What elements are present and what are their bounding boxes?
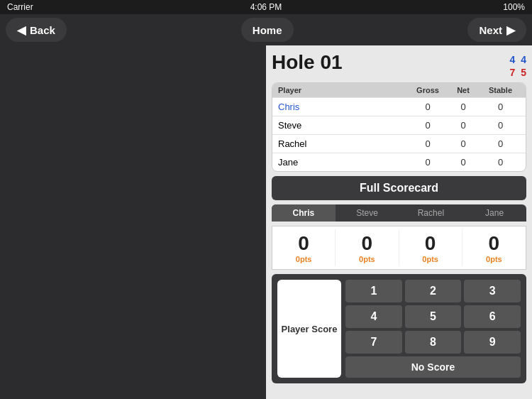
table-row[interactable]: Steve 0 0 0 bbox=[272, 116, 526, 134]
num-1-button[interactable]: 1 bbox=[345, 280, 402, 302]
right-panel: Hole 01 4 7 4 5 Player Gross Net Stable bbox=[266, 45, 532, 399]
chris-net: 0 bbox=[445, 102, 481, 112]
steve-big-score: 0 bbox=[362, 232, 373, 255]
col-gross: Gross bbox=[410, 86, 445, 94]
hole-badges: 4 7 4 5 bbox=[509, 54, 526, 78]
steve-pts: 0pts bbox=[359, 255, 375, 263]
table-row[interactable]: Rachel 0 0 0 bbox=[272, 134, 526, 153]
scorecard-table: Player Gross Net Stable Chris 0 0 0 Stev… bbox=[272, 82, 526, 172]
battery-label: 100% bbox=[503, 2, 525, 12]
home-label: Home bbox=[253, 24, 282, 36]
nav-bar: ◀ Back Home Next ▶ bbox=[0, 14, 532, 45]
chris-score-col: 0 0pts bbox=[272, 229, 336, 266]
chris-big-score: 0 bbox=[298, 232, 309, 255]
tab-rachel[interactable]: Rachel bbox=[399, 204, 463, 222]
next-arrow-icon: ▶ bbox=[506, 23, 515, 37]
player-name-chris: Chris bbox=[278, 102, 410, 112]
map-container: 200 200 Distance to green Back: 97 yds M… bbox=[0, 45, 266, 399]
num-7-button[interactable]: 7 bbox=[345, 331, 402, 354]
rachel-net: 0 bbox=[445, 138, 481, 149]
next-button[interactable]: Next ▶ bbox=[467, 18, 526, 42]
next-label: Next bbox=[479, 24, 502, 36]
steve-score-col: 0 0pts bbox=[336, 229, 399, 266]
rachel-score-col: 0 0pts bbox=[399, 229, 462, 266]
tab-chris[interactable]: Chris bbox=[272, 204, 336, 222]
col-stable: Stable bbox=[481, 86, 520, 94]
player-score-label: Player Score bbox=[277, 280, 341, 378]
main-content: 200 200 Distance to green Back: 97 yds M… bbox=[0, 45, 532, 399]
rachel-stable: 0 bbox=[481, 138, 520, 149]
hole-header: Hole 01 4 7 4 5 bbox=[272, 51, 526, 78]
jane-score-col: 0 0pts bbox=[462, 229, 526, 266]
num-2-button[interactable]: 2 bbox=[405, 280, 462, 302]
badge-col-1: 4 7 bbox=[509, 54, 515, 78]
full-scorecard-button[interactable]: Full Scorecard bbox=[272, 176, 526, 200]
rachel-pts: 0pts bbox=[422, 255, 438, 263]
numpad-area: Player Score 1 2 3 4 5 6 7 8 9 No Score bbox=[272, 274, 526, 383]
back-button[interactable]: ◀ Back bbox=[6, 18, 67, 42]
jane-net: 0 bbox=[445, 157, 481, 168]
numpad: 1 2 3 4 5 6 7 8 9 No Score bbox=[345, 280, 521, 378]
time-label: 4:06 PM bbox=[250, 2, 282, 12]
hole-badge-red1: 7 bbox=[509, 67, 515, 78]
steve-stable: 0 bbox=[481, 120, 520, 131]
carrier-label: Carrier bbox=[7, 2, 33, 12]
back-arrow-icon: ◀ bbox=[17, 23, 26, 37]
player-name-steve: Steve bbox=[278, 120, 410, 131]
tab-steve[interactable]: Steve bbox=[336, 204, 399, 222]
num-8-button[interactable]: 8 bbox=[405, 331, 462, 354]
player-name-jane: Jane bbox=[278, 157, 410, 168]
scorecard-header: Player Gross Net Stable bbox=[272, 83, 526, 97]
chris-gross: 0 bbox=[410, 102, 445, 112]
num-5-button[interactable]: 5 bbox=[405, 305, 462, 328]
table-row[interactable]: Jane 0 0 0 bbox=[272, 153, 526, 171]
status-bar: Carrier 4:06 PM 100% bbox=[0, 0, 532, 14]
player-tabs: Chris Steve Rachel Jane bbox=[272, 204, 526, 222]
hole-badge-blue1: 4 bbox=[509, 54, 515, 65]
hole-title: Hole 01 bbox=[272, 51, 343, 74]
jane-pts: 0pts bbox=[486, 255, 502, 263]
chris-stable: 0 bbox=[481, 102, 520, 112]
jane-gross: 0 bbox=[410, 157, 445, 168]
steve-gross: 0 bbox=[410, 120, 445, 131]
chris-pts: 0pts bbox=[296, 255, 312, 263]
num-9-button[interactable]: 9 bbox=[464, 331, 521, 354]
score-display-row: 0 0pts 0 0pts 0 0pts 0 0pts bbox=[272, 226, 526, 270]
col-net: Net bbox=[445, 86, 481, 94]
steve-net: 0 bbox=[445, 120, 481, 131]
num-4-button[interactable]: 4 bbox=[345, 305, 402, 328]
jane-big-score: 0 bbox=[489, 232, 500, 255]
home-button[interactable]: Home bbox=[241, 18, 294, 42]
no-score-button[interactable]: No Score bbox=[345, 356, 521, 378]
rachel-big-score: 0 bbox=[425, 232, 436, 255]
rachel-gross: 0 bbox=[410, 138, 445, 149]
player-name-rachel: Rachel bbox=[278, 138, 410, 149]
num-3-button[interactable]: 3 bbox=[464, 280, 521, 302]
table-row[interactable]: Chris 0 0 0 bbox=[272, 97, 526, 116]
back-label: Back bbox=[30, 24, 55, 36]
hole-badge-red2: 5 bbox=[521, 67, 526, 78]
badge-col-2: 4 5 bbox=[521, 54, 526, 78]
num-6-button[interactable]: 6 bbox=[464, 305, 521, 328]
tab-jane[interactable]: Jane bbox=[462, 204, 526, 222]
hole-badge-blue2: 4 bbox=[521, 54, 526, 65]
jane-stable: 0 bbox=[481, 157, 520, 168]
col-player: Player bbox=[278, 86, 410, 94]
